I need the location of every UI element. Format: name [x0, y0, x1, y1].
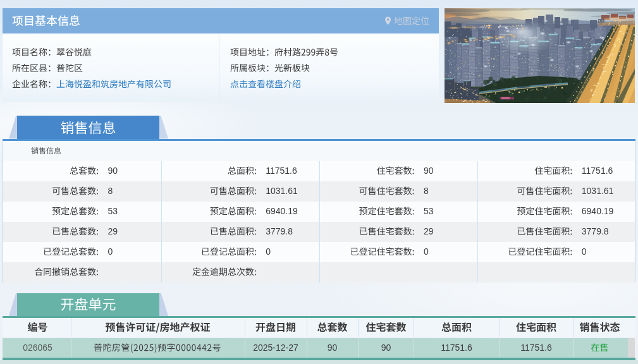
svg-text:0: 0 [582, 246, 587, 257]
svg-text:1031.61: 1031.61 [266, 186, 298, 196]
svg-text:11751.6: 11751.6 [441, 343, 472, 353]
svg-text:0: 0 [108, 246, 113, 257]
svg-text:90: 90 [108, 166, 118, 176]
svg-text:90: 90 [381, 343, 391, 353]
svg-text:1031.61: 1031.61 [582, 186, 614, 196]
svg-text:026065: 026065 [23, 343, 52, 353]
svg-text:11751.6: 11751.6 [520, 343, 552, 353]
svg-text:3779.8: 3779.8 [582, 226, 609, 236]
svg-text:6940.19: 6940.19 [266, 206, 298, 216]
svg-text:3779.8: 3779.8 [266, 226, 293, 236]
svg-text:8: 8 [424, 186, 429, 196]
svg-text:8: 8 [108, 186, 113, 196]
svg-text:90: 90 [424, 166, 434, 176]
svg-text:53: 53 [108, 206, 118, 216]
svg-text:2025-12-27: 2025-12-27 [253, 343, 298, 353]
svg-text:11751.6: 11751.6 [266, 166, 297, 176]
svg-text:90: 90 [328, 343, 338, 353]
svg-text:29: 29 [424, 226, 434, 236]
svg-text:29: 29 [108, 226, 118, 236]
svg-text:53: 53 [424, 206, 434, 216]
svg-text:0: 0 [266, 246, 271, 257]
svg-text:6940.19: 6940.19 [582, 206, 614, 216]
svg-text:0: 0 [424, 246, 429, 257]
svg-text:11751.6: 11751.6 [582, 166, 613, 176]
